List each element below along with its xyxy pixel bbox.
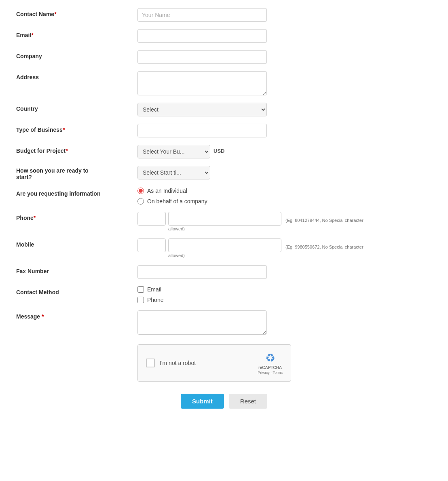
phone-control: (Eg: 8041279444, No Special character al… <box>137 212 432 231</box>
phone-allowed-text: allowed) <box>168 226 185 231</box>
type-of-business-input[interactable] <box>137 124 267 137</box>
mobile-control: (Eg: 9980550672, No Special character al… <box>137 238 432 258</box>
address-row: Address <box>16 71 432 95</box>
company-row: Company <box>16 50 432 64</box>
captcha-checkbox[interactable] <box>146 359 155 367</box>
checkbox-phone-input[interactable] <box>137 297 144 303</box>
captcha-left: I'm not a robot <box>146 359 196 367</box>
message-label: Message * <box>16 310 137 320</box>
phone-label: Phone* <box>16 212 137 221</box>
fax-label: Fax Number <box>16 265 137 274</box>
checkbox-email-input[interactable] <box>137 286 144 293</box>
fax-row: Fax Number <box>16 265 432 279</box>
contact-name-input[interactable] <box>137 8 267 22</box>
how-soon-row: How soon you are ready to start? Select … <box>16 166 432 180</box>
contact-method-label: Contact Method <box>16 286 137 295</box>
requesting-info-row: Are you requesting information As an Ind… <box>16 188 432 205</box>
radio-individual[interactable]: As an Individual <box>137 188 207 194</box>
contact-method-control: Email Phone <box>137 286 432 303</box>
contact-name-row: Contact Name* <box>16 8 432 22</box>
mobile-number-input[interactable] <box>168 238 281 252</box>
requesting-info-control: As an Individual On behalf of a company <box>137 188 432 205</box>
mobile-label: Mobile <box>16 238 137 248</box>
checkbox-phone[interactable]: Phone <box>137 297 163 303</box>
contact-name-label: Contact Name* <box>16 8 137 17</box>
email-row: Email* <box>16 29 432 43</box>
phone-number-input[interactable] <box>168 212 281 226</box>
captcha-row: I'm not a robot ♻ reCAPTCHA Privacy - Te… <box>16 342 432 382</box>
message-input[interactable] <box>137 310 267 335</box>
address-input[interactable] <box>137 71 267 95</box>
contact-form: Contact Name* Email* Company Address <box>16 8 432 409</box>
radio-individual-input[interactable] <box>137 188 144 194</box>
phone-code-input[interactable] <box>137 212 166 226</box>
submit-button[interactable]: Submit <box>181 394 224 409</box>
how-soon-select[interactable]: Select Start ti... <box>137 166 210 179</box>
contact-method-checkbox-group: Email Phone <box>137 286 163 303</box>
company-label: Company <box>16 50 137 59</box>
budget-control: Select Your Bu... USD <box>137 145 432 158</box>
phone-inputs-line: (Eg: 8041279444, No Special character <box>137 212 363 226</box>
phone-hint: (Eg: 8041279444, No Special character <box>285 215 363 223</box>
mobile-hint: (Eg: 9980550672, No Special character <box>285 241 363 249</box>
captcha-brand: reCAPTCHA <box>258 365 282 370</box>
radio-company-input[interactable] <box>137 198 144 205</box>
company-input[interactable] <box>137 50 267 64</box>
currency-label: USD <box>213 145 224 154</box>
captcha-links: Privacy - Terms <box>258 371 283 375</box>
mobile-code-input[interactable] <box>137 238 166 252</box>
country-select[interactable]: Select <box>137 103 267 116</box>
mobile-allowed-text: allowed) <box>168 253 185 258</box>
email-label: Email* <box>16 29 137 38</box>
budget-row: Budget for Project* Select Your Bu... US… <box>16 145 432 158</box>
email-input[interactable] <box>137 29 267 43</box>
checkbox-email-label: Email <box>147 286 161 293</box>
country-control: Select <box>137 103 432 116</box>
button-row: Submit Reset <box>16 394 432 409</box>
how-soon-label: How soon you are ready to start? <box>16 166 137 180</box>
captcha-text: I'm not a robot <box>160 360 196 366</box>
phone-inputs-group: (Eg: 8041279444, No Special character al… <box>137 212 363 231</box>
contact-method-row: Contact Method Email Phone <box>16 286 432 303</box>
address-control <box>137 71 432 95</box>
captcha-control: I'm not a robot ♻ reCAPTCHA Privacy - Te… <box>137 342 432 382</box>
type-of-business-row: Type of Business* <box>16 124 432 137</box>
captcha-right: ♻ reCAPTCHA Privacy - Terms <box>258 351 283 375</box>
radio-company[interactable]: On behalf of a company <box>137 198 207 205</box>
requesting-info-label: Are you requesting information <box>16 188 137 197</box>
checkbox-phone-label: Phone <box>147 297 163 303</box>
mobile-row: Mobile (Eg: 9980550672, No Special chara… <box>16 238 432 258</box>
captcha-label-spacer <box>16 342 137 345</box>
email-control <box>137 29 432 43</box>
fax-input[interactable] <box>137 265 267 279</box>
requesting-info-radio-group: As an Individual On behalf of a company <box>137 188 207 205</box>
country-label: Country <box>16 103 137 112</box>
recaptcha-icon: ♻ <box>265 351 275 365</box>
how-soon-control: Select Start ti... <box>137 166 432 179</box>
type-of-business-label: Type of Business* <box>16 124 137 133</box>
captcha-box[interactable]: I'm not a robot ♻ reCAPTCHA Privacy - Te… <box>137 344 291 382</box>
message-control <box>137 310 432 335</box>
address-label: Address <box>16 71 137 80</box>
type-of-business-control <box>137 124 432 137</box>
budget-select[interactable]: Select Your Bu... <box>137 145 210 158</box>
radio-individual-label: As an Individual <box>147 188 187 194</box>
mobile-inputs-line: (Eg: 9980550672, No Special character <box>137 238 363 252</box>
country-row: Country Select <box>16 103 432 116</box>
fax-control <box>137 265 432 279</box>
message-row: Message * <box>16 310 432 335</box>
checkbox-email[interactable]: Email <box>137 286 163 293</box>
reset-button[interactable]: Reset <box>229 394 267 409</box>
contact-name-control <box>137 8 432 22</box>
company-control <box>137 50 432 64</box>
radio-company-label: On behalf of a company <box>147 198 207 205</box>
mobile-inputs-group: (Eg: 9980550672, No Special character al… <box>137 238 363 258</box>
phone-row: Phone* (Eg: 8041279444, No Special chara… <box>16 212 432 231</box>
budget-label: Budget for Project* <box>16 145 137 154</box>
